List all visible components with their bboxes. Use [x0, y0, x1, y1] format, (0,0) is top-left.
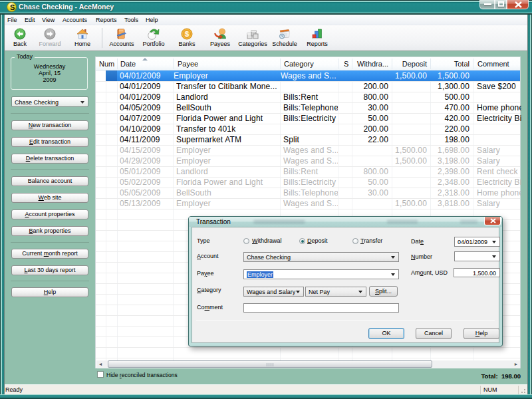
svg-text:$: $: [185, 30, 189, 38]
